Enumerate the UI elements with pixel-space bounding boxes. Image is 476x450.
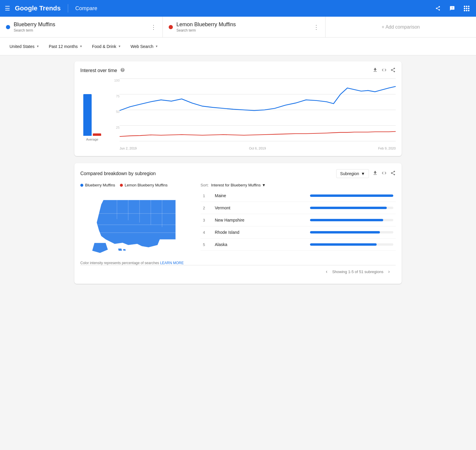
card-header-interest: Interest over time	[80, 67, 396, 74]
sort-value: Interest for Blueberry Muffins	[211, 183, 261, 187]
term1-type: Search term	[14, 28, 147, 32]
main-content: Interest over time	[68, 55, 408, 297]
y-label-50: 50	[109, 110, 120, 113]
header-icons	[433, 4, 471, 13]
ranking-row: 3 New Hampshire	[201, 214, 396, 226]
term1-dot	[6, 25, 10, 29]
share-icon[interactable]	[433, 4, 443, 13]
logo-google: Google Trends	[15, 4, 61, 12]
term1-name: Blueberry Muffins	[14, 21, 147, 28]
ranking-row: 5 Alaska	[201, 239, 396, 251]
prev-page-btn[interactable]: ‹	[326, 269, 327, 274]
learn-more-link[interactable]: LEARN MORE	[160, 261, 184, 265]
download-icon[interactable]	[372, 67, 378, 74]
y-label-100: 100	[109, 79, 120, 82]
subregion-controls: Subregion ▼	[336, 169, 396, 178]
ranking-row: 2 Vermont	[201, 202, 396, 214]
average-bars: Average	[80, 79, 104, 150]
share-subregion-icon[interactable]	[390, 170, 396, 177]
next-page-btn[interactable]: ›	[388, 269, 390, 274]
sort-select[interactable]: Interest for Blueberry Muffins ▼	[211, 183, 266, 187]
x-label-oct: Oct 6, 2019	[249, 147, 266, 150]
rank-name: New Hampshire	[215, 218, 305, 222]
header: ☰ Google Trends Compare	[0, 0, 476, 17]
term2-type: Search term	[176, 28, 310, 32]
map-note: Color intensity represents percentage of…	[80, 261, 193, 265]
rank-bar-fill	[310, 194, 393, 197]
filters-bar: United States ▼ Past 12 months ▼ Food & …	[0, 38, 476, 55]
ranking-row: 4 Rhode Island	[201, 226, 396, 239]
subregion-header: Compared breakdown by subregion Subregio…	[80, 169, 396, 178]
subregion-card: Compared breakdown by subregion Subregio…	[74, 163, 402, 284]
menu-icon[interactable]: ☰	[5, 5, 10, 12]
header-compare: Compare	[75, 5, 97, 12]
rank-number: 1	[203, 194, 210, 198]
add-comparison-button[interactable]: + Add comparison	[325, 17, 476, 37]
category-label: Food & Drink	[92, 44, 116, 49]
legend-item-1: Blueberry Muffins	[80, 183, 115, 187]
rank-bar-container	[310, 207, 393, 209]
rank-bar-container	[310, 219, 393, 221]
rank-bar-container	[310, 231, 393, 233]
legend-label-2: Lemon Blueberry Muffins	[125, 183, 167, 187]
pagination-text: Showing 1-5 of 51 subregions	[332, 270, 383, 274]
term1-info: Blueberry Muffins Search term	[14, 21, 147, 32]
chart-graph-area	[120, 79, 396, 141]
rank-number: 4	[203, 230, 210, 235]
embed-subregion-icon[interactable]	[381, 170, 387, 177]
x-axis-labels: Jun 2, 2019 Oct 6, 2019 Feb 9, 2020	[120, 147, 396, 150]
term1-more-icon[interactable]: ⋮	[151, 24, 156, 31]
term2-more-icon[interactable]: ⋮	[313, 24, 319, 31]
header-divider	[68, 4, 68, 13]
apps-icon[interactable]	[462, 4, 471, 13]
feedback-icon[interactable]	[447, 4, 457, 13]
legend-dot-2	[120, 184, 123, 187]
card-actions-interest	[372, 67, 396, 74]
share-chart-icon[interactable]	[390, 67, 396, 74]
search-type-arrow: ▼	[155, 45, 158, 48]
rank-number: 2	[203, 206, 210, 210]
sort-label: Sort:	[201, 183, 209, 187]
add-comparison-label: + Add comparison	[382, 24, 420, 30]
help-icon[interactable]	[120, 68, 125, 74]
download-subregion-icon[interactable]	[372, 170, 378, 177]
search-term-2: Lemon Blueberry Muffins Search term ⋮	[163, 17, 325, 37]
us-map	[80, 191, 187, 256]
chart-main: 100 75 50 25	[109, 79, 396, 150]
rankings-list: 1 Maine 2 Vermont 3 New Hampshire 4 Rhod…	[201, 190, 396, 251]
legend-label-1: Blueberry Muffins	[85, 183, 115, 187]
location-arrow: ▼	[36, 45, 39, 48]
subregion-select[interactable]: Subregion ▼	[336, 169, 369, 178]
map-legend: Blueberry Muffins Lemon Blueberry Muffin…	[80, 183, 193, 187]
search-type-filter[interactable]: Web Search ▼	[127, 42, 162, 51]
y-axis-labels: 100 75 50 25	[109, 79, 120, 150]
rank-bar-fill	[310, 231, 380, 233]
subregion-label: Subregion	[340, 171, 359, 176]
rank-name: Maine	[215, 193, 305, 198]
search-type-label: Web Search	[131, 44, 154, 49]
location-filter[interactable]: United States ▼	[6, 42, 43, 51]
rank-name: Alaska	[215, 242, 305, 247]
interest-over-time-card: Interest over time	[74, 61, 402, 156]
time-arrow: ▼	[79, 45, 82, 48]
avg-bar-red	[93, 133, 101, 136]
search-terms-bar: Blueberry Muffins Search term ⋮ Lemon Bl…	[0, 17, 476, 38]
interest-title: Interest over time	[80, 68, 117, 73]
embed-icon[interactable]	[381, 67, 387, 74]
x-label-feb: Feb 9, 2020	[378, 147, 396, 150]
location-label: United States	[10, 44, 35, 49]
time-filter[interactable]: Past 12 months ▼	[45, 42, 86, 51]
rank-number: 3	[203, 218, 210, 222]
time-label: Past 12 months	[49, 44, 78, 49]
rankings-area: Sort: Interest for Blueberry Muffins ▼ 1…	[201, 183, 396, 265]
chart-container: Average 100 75 50 25	[80, 79, 396, 150]
rank-bar-fill	[310, 219, 383, 221]
category-filter[interactable]: Food & Drink ▼	[88, 42, 125, 51]
chart-svg	[120, 79, 396, 141]
red-line	[120, 131, 396, 136]
rank-bar-fill	[310, 207, 387, 209]
avg-label: Average	[86, 138, 98, 141]
header-logo: Google Trends	[15, 4, 61, 12]
ranking-row: 1 Maine	[201, 190, 396, 202]
rank-bar-container	[310, 243, 393, 246]
